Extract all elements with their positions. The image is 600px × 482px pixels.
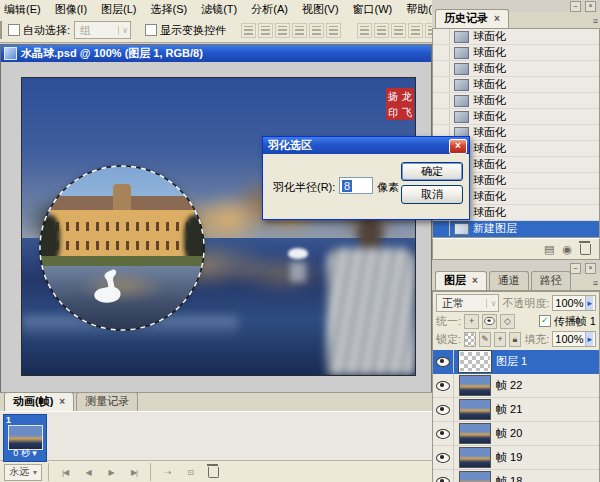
new-snapshot-icon[interactable]: ◉ [562, 244, 572, 255]
menu-item[interactable]: 选择(S) [144, 0, 195, 18]
align-bottom-edges-icon[interactable] [275, 23, 290, 38]
layer-row[interactable]: 帧 20 [433, 422, 599, 446]
minimize-icon[interactable]: – [570, 263, 581, 274]
layer-row[interactable]: 帧 21 [433, 398, 599, 422]
lock-transparency-icon[interactable] [464, 332, 476, 347]
menu-item[interactable]: 视图(V) [295, 0, 346, 18]
lock-position-icon[interactable]: + [494, 332, 506, 347]
layer-thumbnail[interactable] [459, 399, 491, 420]
layer-row[interactable]: 帧 18 [433, 470, 599, 482]
slider-arrow-icon[interactable]: ▸ [585, 332, 593, 346]
auto-select-checkbox[interactable]: 自动选择: [8, 23, 70, 38]
layer-visibility-toggle[interactable] [433, 374, 454, 397]
ok-button[interactable]: 确定 [401, 162, 463, 181]
layer-thumbnail[interactable] [459, 351, 491, 372]
layer-visibility-toggle[interactable] [433, 446, 454, 469]
distribute-vertical-centers-icon[interactable] [374, 23, 389, 38]
photo-image[interactable]: 扬 龙 印 飞 [21, 77, 416, 376]
tool-preset-icon[interactable] [0, 21, 2, 39]
tab-channels[interactable]: 通道 [489, 271, 529, 290]
menu-item[interactable]: 编辑(E) [0, 0, 48, 18]
tab-history[interactable]: 历史记录 × [435, 9, 509, 28]
document-title-bar[interactable]: 水晶球.psd @ 100% (图层 1, RGB/8) [1, 45, 431, 62]
feather-radius-input[interactable]: 8 [339, 177, 373, 194]
layer-visibility-toggle[interactable] [433, 350, 454, 373]
distribute-top-edges-icon[interactable] [357, 23, 372, 38]
close-icon[interactable]: × [585, 1, 596, 12]
new-document-from-state-icon[interactable]: ▤ [544, 244, 554, 255]
history-state[interactable]: 球面化 [433, 45, 599, 61]
unify-style-icon[interactable]: ◇ [500, 314, 515, 329]
blend-mode-dropdown[interactable]: 正常 ∨ [436, 294, 499, 312]
menu-item[interactable]: 窗口(W) [346, 0, 400, 18]
panel-menu-icon[interactable]: ≡ [593, 16, 598, 26]
menu-item[interactable]: 图层(L) [94, 0, 143, 18]
lock-all-icon[interactable]: 🔒︎ [509, 332, 521, 347]
animation-frame-1[interactable]: 1 0 秒 ▾ [3, 414, 47, 462]
first-frame-button[interactable]: |◀ [55, 463, 75, 481]
tab-measurement-log[interactable]: 测量记录 [76, 392, 138, 411]
delete-state-trash-icon[interactable] [580, 244, 591, 255]
menu-item[interactable]: 分析(A) [244, 0, 295, 18]
history-state[interactable]: 球面化 [433, 77, 599, 93]
frame-delay-dropdown[interactable]: 0 秒 ▾ [4, 447, 46, 460]
tween-button[interactable]: ⇢ [157, 463, 177, 481]
layer-visibility-toggle[interactable] [433, 470, 454, 482]
history-state[interactable]: 球面化 [433, 61, 599, 77]
distribute-left-edges-icon[interactable] [408, 23, 423, 38]
layer-row[interactable]: 帧 19 [433, 446, 599, 470]
opacity-field[interactable]: 100% ▸ [552, 295, 596, 311]
history-brush-source-well[interactable] [433, 221, 450, 236]
panel-menu-icon[interactable]: ≡ [593, 278, 598, 288]
distribute-bottom-edges-icon[interactable] [391, 23, 406, 38]
history-brush-source-well[interactable] [433, 77, 450, 92]
lock-image-icon[interactable]: ✎ [479, 332, 491, 347]
layer-thumbnail[interactable] [459, 423, 491, 444]
close-icon[interactable]: × [449, 139, 467, 154]
next-frame-button[interactable]: ▶| [124, 463, 144, 481]
previous-frame-button[interactable]: ◀ [78, 463, 98, 481]
align-vertical-centers-icon[interactable] [258, 23, 273, 38]
menu-item[interactable]: 图像(I) [48, 0, 94, 18]
align-horizontal-centers-icon[interactable] [309, 23, 324, 38]
history-state[interactable]: 球面化 [433, 109, 599, 125]
fill-field[interactable]: 100% ▸ [552, 331, 596, 347]
history-brush-source-well[interactable] [433, 109, 450, 124]
tab-layers[interactable]: 图层 × [435, 271, 487, 290]
history-state[interactable]: 球面化 [433, 93, 599, 109]
history-brush-source-well[interactable] [433, 29, 450, 44]
loop-count-dropdown[interactable]: 永远 ▾ [4, 464, 42, 481]
delete-frame-area[interactable] [203, 463, 223, 481]
close-icon[interactable]: × [59, 396, 65, 407]
slider-arrow-icon[interactable]: ▸ [585, 296, 593, 310]
tab-animation[interactable]: 动画(帧) × [4, 392, 74, 411]
history-brush-source-well[interactable] [433, 45, 450, 60]
layer-thumbnail[interactable] [459, 375, 491, 396]
crystal-ball-selection[interactable] [40, 166, 204, 330]
close-icon[interactable]: × [494, 13, 500, 24]
history-brush-source-well[interactable] [433, 93, 450, 108]
layer-visibility-toggle[interactable] [433, 422, 454, 445]
show-transform-checkbox[interactable]: 显示变换控件 [145, 23, 226, 38]
align-left-edges-icon[interactable] [292, 23, 307, 38]
propagate-frame-checkbox[interactable]: ✓ 传播帧 1 [539, 314, 596, 329]
dialog-title-bar[interactable]: 羽化选区 × [263, 137, 469, 154]
close-icon[interactable]: × [472, 275, 478, 286]
layer-visibility-toggle[interactable] [433, 398, 454, 421]
duplicate-frame-button[interactable]: ⊡ [180, 463, 200, 481]
history-brush-source-well[interactable] [433, 61, 450, 76]
menu-item[interactable]: 滤镜(T) [194, 0, 244, 18]
history-state-selected[interactable]: 新建图层 [433, 221, 599, 237]
align-right-edges-icon[interactable] [326, 23, 341, 38]
tab-paths[interactable]: 路径 [531, 271, 571, 290]
play-button[interactable]: ▶ [101, 463, 121, 481]
unify-position-icon[interactable]: + [464, 314, 479, 329]
auto-select-dropdown[interactable]: 组 ∨ [74, 21, 131, 39]
history-state[interactable]: 球面化 [433, 29, 599, 45]
align-top-edges-icon[interactable] [241, 23, 256, 38]
layer-row[interactable]: 图层 1 [433, 350, 599, 374]
layer-thumbnail[interactable] [459, 447, 491, 468]
layer-thumbnail[interactable] [459, 471, 491, 482]
unify-visibility-icon[interactable] [482, 314, 497, 329]
minimize-icon[interactable]: – [570, 1, 581, 12]
